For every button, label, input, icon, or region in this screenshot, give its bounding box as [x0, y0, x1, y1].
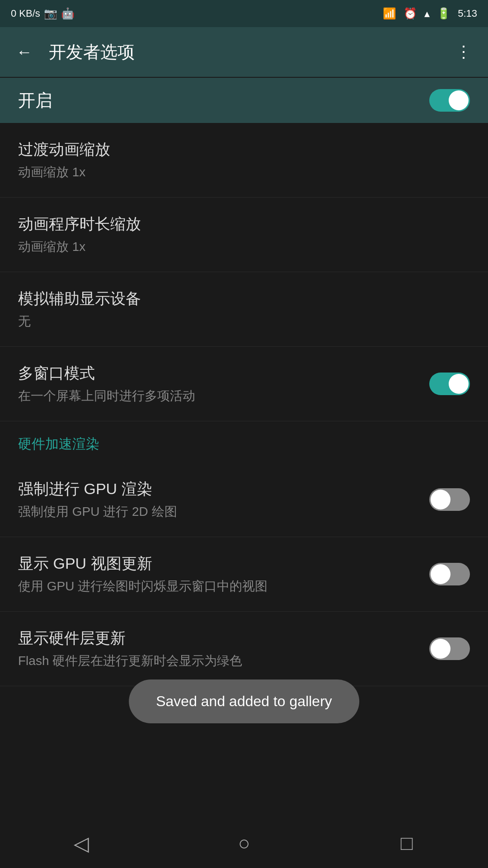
signal-icon: ▴	[424, 7, 430, 20]
hardware-section-header: 硬件加速渲染	[0, 421, 488, 462]
show-hardware-layers-toggle[interactable]	[429, 637, 470, 660]
setting-text: 显示硬件层更新 Flash 硬件层在进行更新时会显示为绿色	[18, 628, 429, 670]
setting-item-animation-duration[interactable]: 动画程序时长缩放 动画缩放 1x	[0, 198, 488, 272]
android-icon: 🤖	[61, 7, 75, 20]
bluetooth-icon: 📶	[383, 7, 396, 20]
setting-title: 模拟辅助显示设备	[18, 288, 461, 309]
toggle-thumb	[431, 639, 450, 659]
setting-item-multiwindow[interactable]: 多窗口模式 在一个屏幕上同时进行多项活动	[0, 347, 488, 421]
nav-recent-icon: □	[401, 832, 413, 854]
setting-title: 多窗口模式	[18, 363, 420, 384]
settings-content: 过渡动画缩放 动画缩放 1x 动画程序时长缩放 动画缩放 1x 模拟辅助显示设备…	[0, 123, 488, 686]
back-arrow-icon: ←	[16, 42, 33, 61]
setting-title: 显示硬件层更新	[18, 628, 420, 649]
nav-back-icon: ◁	[74, 832, 89, 855]
enable-section: 开启	[0, 78, 488, 123]
force-gpu-toggle[interactable]	[429, 488, 470, 511]
network-speed: 0 KB/s	[11, 8, 40, 19]
setting-item-show-hardware-layers[interactable]: 显示硬件层更新 Flash 硬件层在进行更新时会显示为绿色	[0, 612, 488, 686]
toggle-thumb	[431, 490, 450, 509]
toggle-thumb	[449, 374, 469, 394]
toast-message: Saved and added to gallery	[156, 693, 332, 709]
more-vert-icon: ⋮	[455, 42, 472, 61]
status-bar-left: 0 KB/s 📷 🤖	[11, 7, 75, 20]
setting-subtitle: Flash 硬件层在进行更新时会显示为绿色	[18, 652, 420, 670]
setting-title: 强制进行 GPU 渲染	[18, 479, 420, 500]
camera-icon: 📷	[44, 7, 57, 20]
page-title: 开发者选项	[49, 41, 439, 64]
setting-title: 显示 GPU 视图更新	[18, 553, 420, 574]
navigation-bar: ◁ ○ □	[0, 818, 488, 868]
setting-subtitle: 动画缩放 1x	[18, 238, 461, 255]
back-button[interactable]: ←	[11, 38, 38, 66]
setting-item-show-gpu-updates[interactable]: 显示 GPU 视图更新 使用 GPU 进行绘图时闪烁显示窗口中的视图	[0, 537, 488, 612]
multiwindow-toggle[interactable]	[429, 373, 470, 395]
alarm-icon: ⏰	[404, 7, 417, 20]
setting-subtitle: 强制使用 GPU 进行 2D 绘图	[18, 503, 420, 520]
more-options-button[interactable]: ⋮	[450, 38, 477, 66]
enable-toggle[interactable]	[429, 89, 470, 112]
show-gpu-updates-toggle[interactable]	[429, 563, 470, 585]
time-display: 5:13	[458, 8, 477, 19]
setting-text: 过渡动画缩放 动画缩放 1x	[18, 139, 470, 181]
nav-home-button[interactable]: ○	[221, 830, 267, 857]
hardware-section-label: 硬件加速渲染	[18, 436, 99, 451]
setting-title: 动画程序时长缩放	[18, 214, 461, 235]
toggle-thumb	[431, 564, 450, 584]
toolbar: ← 开发者选项 ⋮	[0, 27, 488, 77]
toast-notification: Saved and added to gallery	[129, 679, 359, 723]
setting-text: 强制进行 GPU 渲染 强制使用 GPU 进行 2D 绘图	[18, 479, 429, 520]
enable-label: 开启	[18, 89, 52, 112]
setting-subtitle: 使用 GPU 进行绘图时闪烁显示窗口中的视图	[18, 578, 420, 595]
setting-subtitle: 无	[18, 313, 461, 330]
battery-icon: 🔋	[437, 7, 450, 20]
setting-item-transition-animation[interactable]: 过渡动画缩放 动画缩放 1x	[0, 123, 488, 198]
setting-item-force-gpu[interactable]: 强制进行 GPU 渲染 强制使用 GPU 进行 2D 绘图	[0, 462, 488, 537]
setting-text: 显示 GPU 视图更新 使用 GPU 进行绘图时闪烁显示窗口中的视图	[18, 553, 429, 595]
status-bar: 0 KB/s 📷 🤖 📶 ⏰ ▴ 🔋 5:13	[0, 0, 488, 27]
setting-subtitle: 在一个屏幕上同时进行多项活动	[18, 387, 420, 405]
setting-text: 多窗口模式 在一个屏幕上同时进行多项活动	[18, 363, 429, 405]
setting-text: 模拟辅助显示设备 无	[18, 288, 470, 330]
setting-subtitle: 动画缩放 1x	[18, 164, 461, 181]
toggle-thumb	[449, 90, 469, 110]
setting-title: 过渡动画缩放	[18, 139, 461, 160]
setting-item-simulate-display[interactable]: 模拟辅助显示设备 无	[0, 272, 488, 347]
status-bar-right: 📶 ⏰ ▴ 🔋 5:13	[383, 7, 477, 20]
nav-back-button[interactable]: ◁	[59, 830, 104, 857]
nav-home-icon: ○	[238, 832, 250, 854]
setting-text: 动画程序时长缩放 动画缩放 1x	[18, 214, 470, 255]
nav-recent-button[interactable]: □	[384, 830, 429, 857]
